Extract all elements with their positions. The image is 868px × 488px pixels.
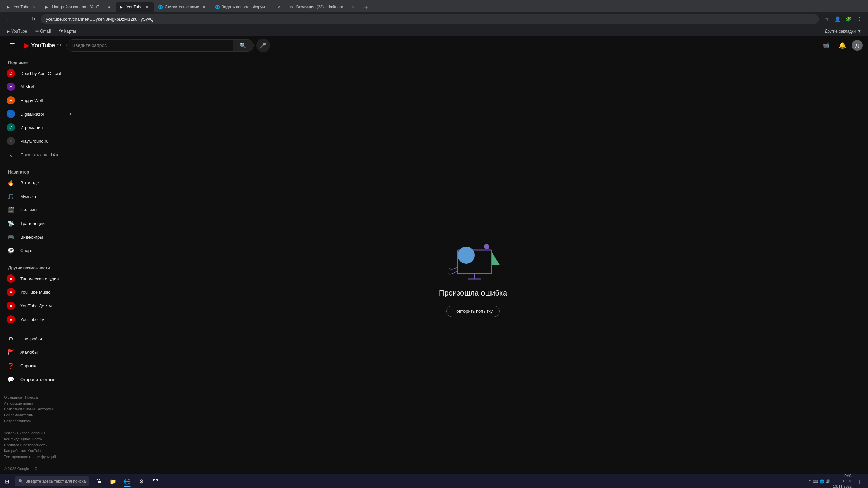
sidebar-item-studio[interactable]: ● Творческая студия (3, 272, 75, 285)
browser-menu-button[interactable]: ⋮ (854, 14, 864, 24)
windows-taskbar: ⊞ 🔍 Введите здесь текст для поиска 🌤 📁 🌐… (0, 474, 868, 488)
bookmark-other[interactable]: Другие закладки ▼ (822, 28, 864, 34)
sidebar-item-yt-music[interactable]: ● YouTube Music (3, 285, 75, 299)
tab-close-3[interactable]: ✕ (144, 4, 150, 10)
back-button[interactable]: ← (4, 14, 14, 24)
tab-settings[interactable]: ▶ Настройки канала - YouTube S... ✕ (41, 2, 116, 12)
taskbar-search[interactable]: 🔍 Введите здесь текст для поиска (15, 476, 89, 486)
footer-link-press[interactable]: Пресса (25, 395, 38, 399)
footer-link-privacy[interactable]: Конфиденциальность (4, 437, 42, 441)
bookmark-youtube[interactable]: ▶ YouTube (4, 28, 30, 34)
svg-point-3 (484, 244, 489, 249)
bookmark-gmail[interactable]: ✉ Gmail (33, 28, 53, 34)
sidebar-item-digital-razor[interactable]: D DigitalRazor • (3, 107, 75, 121)
footer-links-row-10: Тестирование новых функций (4, 454, 74, 460)
tab-close-6[interactable]: ✕ (351, 4, 356, 10)
sidebar-item-complaints[interactable]: 🚩 Жалобы (3, 345, 75, 359)
create-button[interactable]: 📹 (819, 39, 833, 52)
footer-link-developers[interactable]: Разработчикам (4, 419, 31, 423)
tab-forum[interactable]: 🌐 Задать вопрос - Форум - YouT... ✕ (211, 2, 285, 12)
page-wrapper: Произошла ошибка Повторить попытку (0, 0, 868, 488)
notifications-button[interactable]: 🔔 (835, 39, 849, 52)
taskbar-app-explorer[interactable]: 📁 (106, 474, 120, 488)
browser-profile-button[interactable]: 👤 (833, 14, 842, 24)
taskbar-lang: РУС (833, 473, 852, 479)
taskbar-app-security[interactable]: 🛡 (149, 474, 162, 488)
error-illustration (439, 226, 507, 281)
channel-label-igromania: Игромания (20, 125, 43, 130)
footer-link-about[interactable]: О сервисе (4, 395, 22, 399)
sidebar-item-music[interactable]: 🎵 Музыка (3, 189, 75, 203)
sidebar-item-games[interactable]: 🎮 Видеоигры (3, 230, 75, 244)
bookmark-maps[interactable]: 🗺 Карты (56, 28, 79, 34)
sidebar-item-playground[interactable]: P PlayGround.ru (3, 134, 75, 148)
tab-contact[interactable]: 🌐 Свяжитесь с нами ✕ (154, 2, 211, 12)
address-input[interactable] (41, 14, 819, 24)
sidebar-item-yt-tv[interactable]: ● YouTube TV (3, 312, 75, 326)
sidebar-item-trending[interactable]: 🔥 В тренде (3, 176, 75, 189)
footer-link-how-works[interactable]: Как работает YouTube (4, 449, 42, 453)
user-avatar[interactable]: Д (852, 40, 863, 51)
error-container: Произошла ошибка Повторить попытку (419, 206, 528, 337)
browser-extensions-button[interactable]: 🧩 (844, 14, 853, 24)
channel-label-dead-by-april: Dead by April Official (20, 71, 61, 76)
taskbar-app-widgets[interactable]: 🌤 (92, 474, 105, 488)
taskbar-clock[interactable]: РУС 10:01 13.11.2022 (833, 473, 852, 488)
show-desktop-button[interactable]: | (854, 476, 864, 486)
sidebar-item-ai-mori[interactable]: A Ai Mori (3, 80, 75, 94)
trending-icon: 🔥 (7, 179, 15, 187)
tab-inbox[interactable]: ✉ Входящие (33) - dmitrigorbun... ✕ (285, 2, 360, 12)
tab-close-2[interactable]: ✕ (106, 4, 112, 10)
sidebar-item-sports[interactable]: ⚽ Спорт (3, 244, 75, 257)
taskbar-app-settings[interactable]: ⚙ (135, 474, 148, 488)
show-more-button[interactable]: ⌄ Показать ещё 14 к... (3, 148, 75, 161)
bookmark-maps-label: Карты (64, 29, 76, 34)
menu-button[interactable]: ☰ (5, 39, 19, 52)
yt-tv-icon: ● (7, 315, 15, 323)
footer-link-copyright[interactable]: Авторские права (4, 401, 33, 405)
youtube-header: ☰ ▶ YouTube RU 🔍 🎤 📹 🔔 Д (0, 36, 868, 55)
tab-youtube-1[interactable]: ▶ YouTube ✕ (3, 2, 41, 12)
footer-link-safety[interactable]: Правила и безопасность (4, 443, 47, 447)
tab-favicon-5: 🌐 (215, 5, 220, 9)
sidebar-item-streams[interactable]: 📡 Трансляции (3, 217, 75, 230)
footer-link-new-features[interactable]: Тестирование новых функций (4, 455, 56, 459)
retry-button[interactable]: Повторить попытку (446, 306, 500, 317)
sidebar-item-help[interactable]: ❓ Справка (3, 359, 75, 372)
start-button[interactable]: ⊞ (0, 474, 14, 488)
new-tab-button[interactable]: + (361, 3, 371, 12)
search-button[interactable]: 🔍 (233, 39, 254, 52)
taskbar-app-browser[interactable]: 🌐 (120, 474, 134, 488)
bookmark-gmail-favicon: ✉ (35, 29, 39, 34)
navigator-section-title: Навигатор (0, 167, 78, 176)
search-input[interactable] (67, 40, 233, 51)
sidebar-item-feedback[interactable]: 💬 Отправить отзыв (3, 372, 75, 386)
tab-close-4[interactable]: ✕ (201, 4, 207, 10)
channel-avatar-igromania: И (7, 123, 15, 131)
movies-icon: 🎬 (7, 206, 15, 214)
sidebar-item-yt-kids[interactable]: ● YouTube Детям (3, 299, 75, 312)
show-more-label: Показать ещё 14 к... (20, 152, 62, 157)
taskbar-tray-arrow[interactable]: ⌃ (808, 479, 811, 484)
footer-link-terms[interactable]: Условия использования (4, 431, 45, 435)
tab-youtube-active[interactable]: ▶ YouTube ✕ (116, 2, 154, 12)
footer-link-contact[interactable]: Связаться с нами (4, 407, 35, 411)
channel-avatar-dead-by-april: D (7, 69, 15, 77)
sidebar-item-movies[interactable]: 🎬 Фильмы (3, 203, 75, 217)
footer-link-authors[interactable]: Авторам (38, 407, 53, 411)
sidebar-item-igromania[interactable]: И Игромания (3, 121, 75, 134)
sidebar-item-settings[interactable]: ⚙ Настройки (3, 332, 75, 345)
bookmark-star-button[interactable]: ☆ (822, 14, 831, 24)
nav-label-sports: Спорт (20, 248, 33, 253)
tab-close-5[interactable]: ✕ (276, 4, 281, 10)
tab-close-1[interactable]: ✕ (32, 4, 37, 10)
refresh-button[interactable]: ↻ (28, 14, 38, 24)
footer-link-advertisers[interactable]: Рекламодателям (4, 413, 34, 417)
forward-button[interactable]: → (16, 14, 26, 24)
bookmark-other-label: Другие закладки (825, 29, 856, 34)
sidebar-item-dead-by-april[interactable]: D Dead by April Official (3, 66, 75, 80)
youtube-logo[interactable]: ▶ YouTube RU (24, 41, 61, 49)
voice-search-button[interactable]: 🎤 (256, 39, 270, 52)
sidebar-item-happy-wolf[interactable]: H Happy Wolf (3, 94, 75, 107)
taskbar-search-label: Введите здесь текст для поиска (25, 479, 86, 484)
